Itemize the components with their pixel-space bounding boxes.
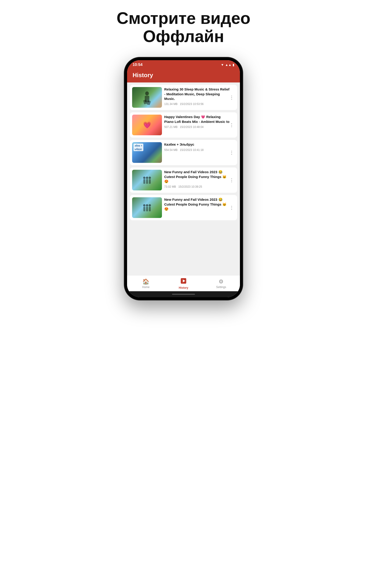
video-title-5: New Funny and Fail Videos 2023 😂 Cutest … xyxy=(164,197,230,211)
video-meta-3: 554.54 MB 15/2/2023 10:41:18 xyxy=(164,148,230,152)
app-bar-title: History xyxy=(133,72,234,79)
nav-item-home[interactable]: 🏠 Home xyxy=(137,278,155,289)
people-figures-4 xyxy=(143,177,151,184)
phone-frame: 10:54 ▼ ▲▲ ▮ History xyxy=(124,57,243,300)
video-date-1: 15/2/2023 10:53:56 xyxy=(180,103,203,106)
video-meta-1: 131.34 MB 15/2/2023 10:53:56 xyxy=(164,103,230,106)
nav-label-history: History xyxy=(179,286,188,289)
video-thumbnail-4 xyxy=(132,170,162,190)
video-info-4: New Funny and Fail Videos 2023 😂 Cutest … xyxy=(164,170,235,188)
video-card-3[interactable]: збек +ьбрус Казбек + Эльбрус 554.54 MB 1… xyxy=(130,140,237,165)
home-icon: 🏠 xyxy=(142,278,149,285)
video-thumbnail-3: збек +ьбрус xyxy=(132,142,162,163)
settings-icon: ⚙ xyxy=(219,278,224,285)
headline-line1: Смотрите видео xyxy=(117,9,250,27)
phone-mockup: 10:54 ▼ ▲▲ ▮ History xyxy=(124,57,243,300)
video-thumbnail-5 xyxy=(132,197,162,218)
video-date-4: 15/2/2023 10:39:25 xyxy=(178,185,202,188)
video-info-5: New Funny and Fail Videos 2023 😂 Cutest … xyxy=(164,197,235,213)
video-meta-4: 73.02 MB 15/2/2023 10:39:25 xyxy=(164,185,230,188)
video-size-1: 131.34 MB xyxy=(164,103,177,106)
bottom-nav: 🏠 Home History ⚙ Settings xyxy=(127,275,240,291)
kazbek-overlay-text: збек +ьбрус xyxy=(133,144,143,151)
video-meta-2: 507.21 MB 15/2/2023 10:48:04 xyxy=(164,125,230,129)
video-info-2: Happy Valentines Day 💗 Relaxing Piano Lo… xyxy=(164,115,235,129)
nav-label-home: Home xyxy=(142,285,150,289)
battery-icon: ▮ xyxy=(233,63,234,67)
page-headline: Смотрите видео Оффлайн xyxy=(117,9,250,45)
more-button-1[interactable]: ⋮ xyxy=(228,94,235,101)
more-button-5[interactable]: ⋮ xyxy=(228,204,235,211)
video-title-4: New Funny and Fail Videos 2023 😂 Cutest … xyxy=(164,170,230,184)
more-button-4[interactable]: ⋮ xyxy=(228,177,235,183)
video-title-2: Happy Valentines Day 💗 Relaxing Piano Lo… xyxy=(164,115,230,124)
more-button-3[interactable]: ⋮ xyxy=(228,149,235,156)
video-info-3: Казбек + Эльбрус 554.54 MB 15/2/2023 10:… xyxy=(164,142,235,151)
video-thumbnail-1 xyxy=(132,87,162,108)
video-date-2: 15/2/2023 10:48:04 xyxy=(180,125,203,129)
home-indicator xyxy=(127,291,240,297)
video-card-2[interactable]: 💗 Happy Valentines Day 💗 Relaxing Piano … xyxy=(130,112,237,138)
nav-label-settings: Settings xyxy=(216,285,226,289)
video-card-4[interactable]: New Funny and Fail Videos 2023 😂 Cutest … xyxy=(130,167,237,193)
video-size-4: 73.02 MB xyxy=(164,185,176,188)
headline-line2: Оффлайн xyxy=(143,27,224,45)
people-figures-5 xyxy=(143,204,151,211)
video-thumbnail-2: 💗 xyxy=(132,115,162,135)
more-button-2[interactable]: ⋮ xyxy=(228,122,235,128)
video-date-3: 15/2/2023 10:41:18 xyxy=(180,148,203,152)
home-bar xyxy=(172,294,195,295)
status-bar: 10:54 ▼ ▲▲ ▮ xyxy=(127,60,240,69)
video-size-3: 554.54 MB xyxy=(164,148,177,152)
video-list[interactable]: Relaxing 30 Sleep Music & Stress Relief … xyxy=(127,82,240,275)
signal-icon: ▲▲ xyxy=(225,63,232,67)
video-title-3: Казбек + Эльбрус xyxy=(164,142,230,147)
video-size-2: 507.21 MB xyxy=(164,125,177,129)
app-bar: History xyxy=(127,69,240,82)
status-time: 10:54 xyxy=(133,62,142,67)
nav-item-settings[interactable]: ⚙ Settings xyxy=(212,278,230,289)
status-icons: ▼ ▲▲ ▮ xyxy=(221,63,234,67)
video-card-1[interactable]: Relaxing 30 Sleep Music & Stress Relief … xyxy=(130,85,237,110)
video-info-1: Relaxing 30 Sleep Music & Stress Relief … xyxy=(164,87,235,106)
phone-screen: 10:54 ▼ ▲▲ ▮ History xyxy=(127,60,240,297)
history-icon xyxy=(180,278,187,285)
video-title-1: Relaxing 30 Sleep Music & Stress Relief … xyxy=(164,87,230,101)
nav-item-history[interactable]: History xyxy=(174,278,193,289)
video-card-5[interactable]: New Funny and Fail Videos 2023 😂 Cutest … xyxy=(130,195,237,220)
wifi-icon: ▼ xyxy=(221,63,224,67)
svg-point-0 xyxy=(145,91,149,95)
